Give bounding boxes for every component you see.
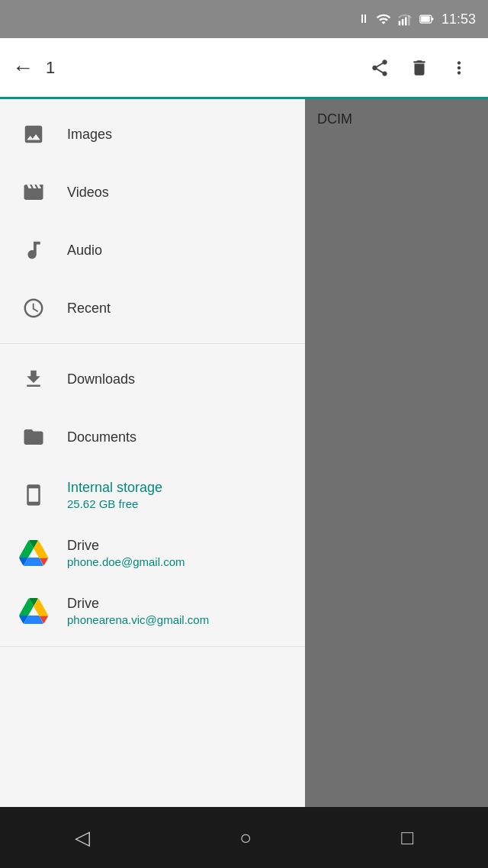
nav-back-button[interactable]: ◁ <box>75 826 90 850</box>
documents-label: Documents <box>67 429 136 445</box>
drive-2-sublabel: phonearena.vic@gmail.com <box>67 613 209 626</box>
drive-2-content: Drive phonearena.vic@gmail.com <box>67 596 209 626</box>
internal-storage-label: Internal storage <box>67 480 162 496</box>
more-icon <box>449 58 469 78</box>
nav-bar: ◁ ○ □ <box>0 807 488 868</box>
svg-rect-6 <box>432 18 434 20</box>
back-button[interactable]: ← <box>12 57 34 79</box>
folder-icon <box>22 426 45 448</box>
svg-rect-5 <box>421 16 430 22</box>
pause-icon: ⏸ <box>358 12 370 26</box>
svg-rect-3 <box>408 15 410 25</box>
status-icons: ⏸ 11:53 <box>358 11 476 27</box>
drive-2-label: Drive <box>67 596 209 612</box>
folder-name: DCIM <box>317 111 352 127</box>
sidebar-item-drive-2[interactable]: Drive phonearena.vic@gmail.com <box>0 582 305 640</box>
image-icon <box>22 123 45 146</box>
videos-icon-container <box>15 174 52 211</box>
documents-icon-container <box>15 419 52 455</box>
recent-icon-container <box>15 290 52 326</box>
downloads-icon-container <box>15 361 52 397</box>
nav-home-button[interactable]: ○ <box>239 826 252 850</box>
right-panel: DCIM <box>305 99 488 807</box>
internal-storage-content: Internal storage 25.62 GB free <box>67 480 162 510</box>
drive-1-sublabel: phone.doe@gmail.com <box>67 555 185 568</box>
drive-icon-1 <box>19 538 48 567</box>
audio-label: Audio <box>67 243 102 259</box>
sidebar-item-documents[interactable]: Documents <box>0 408 305 466</box>
signal-icon <box>397 11 413 27</box>
clock-icon <box>22 297 45 320</box>
sidebar-item-internal-storage[interactable]: Internal storage 25.62 GB free <box>0 466 305 524</box>
sidebar-item-images[interactable]: Images <box>0 105 305 163</box>
audio-icon <box>22 239 45 262</box>
phone-icon-container <box>15 477 52 513</box>
sidebar-item-downloads[interactable]: Downloads <box>0 350 305 408</box>
more-button[interactable] <box>442 51 476 85</box>
toolbar-actions <box>363 51 476 85</box>
nav-recent-button[interactable]: □ <box>401 826 413 850</box>
internal-storage-sublabel: 25.62 GB free <box>67 497 162 510</box>
main-content: Images Videos Audio <box>0 99 488 807</box>
drive-icon-2 <box>19 596 48 625</box>
drive-2-icon-container <box>15 593 52 629</box>
downloads-label: Downloads <box>67 371 135 387</box>
video-icon <box>22 181 45 204</box>
sidebar-item-videos[interactable]: Videos <box>0 163 305 221</box>
toolbar: ← 1 <box>0 38 488 99</box>
svg-rect-0 <box>399 21 401 26</box>
sidebar-item-audio[interactable]: Audio <box>0 221 305 279</box>
drawer: Images Videos Audio <box>0 99 305 807</box>
battery-icon <box>419 11 435 27</box>
sidebar-item-recent[interactable]: Recent <box>0 279 305 337</box>
recent-label: Recent <box>67 301 111 317</box>
delete-button[interactable] <box>403 51 436 85</box>
wifi-icon <box>376 11 391 27</box>
audio-icon-container <box>15 232 52 268</box>
toolbar-title: 1 <box>46 58 363 78</box>
share-icon <box>370 58 390 78</box>
svg-rect-1 <box>402 19 404 25</box>
drive-1-content: Drive phone.doe@gmail.com <box>67 538 185 568</box>
status-bar: ⏸ 11:53 <box>0 0 488 38</box>
drawer-section-media: Images Videos Audio <box>0 99 305 344</box>
svg-rect-2 <box>405 18 407 26</box>
images-icon-container <box>15 116 52 153</box>
videos-label: Videos <box>67 185 109 201</box>
drawer-section-storage: Downloads Documents Int <box>0 344 305 647</box>
status-time: 11:53 <box>441 11 476 27</box>
sidebar-item-drive-1[interactable]: Drive phone.doe@gmail.com <box>0 524 305 582</box>
drive-1-label: Drive <box>67 538 185 554</box>
delete-icon <box>409 58 429 78</box>
share-button[interactable] <box>363 51 396 85</box>
download-icon <box>22 368 45 391</box>
images-label: Images <box>67 127 112 143</box>
phone-icon <box>22 484 45 506</box>
drive-1-icon-container <box>15 535 52 571</box>
